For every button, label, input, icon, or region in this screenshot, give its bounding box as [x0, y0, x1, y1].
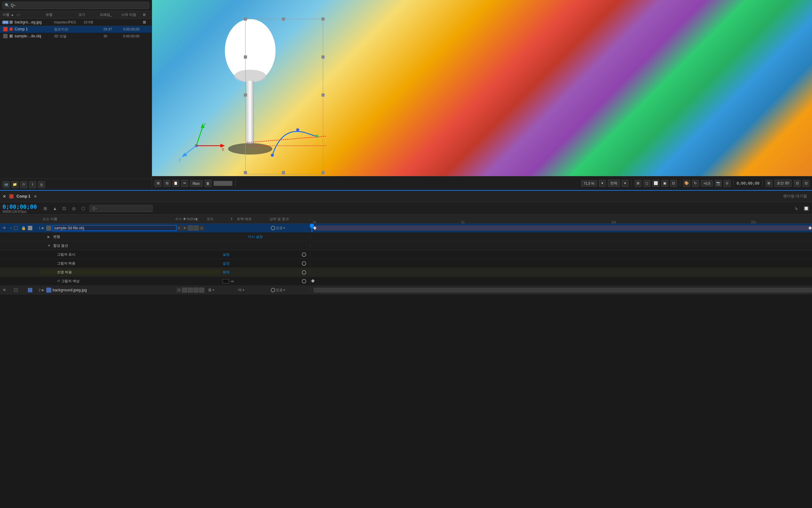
safe-zones-icon[interactable]: ◻: [644, 180, 650, 187]
list-item[interactable]: sample-...ile.obj 3D 모델 30 0:00:00:00: [0, 33, 152, 40]
delete-icon[interactable]: 🗑: [38, 181, 45, 188]
playhead[interactable]: [312, 224, 312, 232]
viewer-icon-2[interactable]: ⊟: [163, 180, 170, 187]
layer-bar-2: [313, 288, 812, 293]
col-header-name[interactable]: 이름 ▲ 🏷: [3, 12, 46, 17]
svg-rect-6: [282, 17, 285, 20]
layer-row-1[interactable]: 👁 ♪ 🔒 1 ▶ ☀ ★ ◎: [0, 224, 812, 232]
timeline-search-input[interactable]: [89, 205, 153, 212]
viewer-icon-1[interactable]: ⊞: [155, 180, 162, 187]
layer-icon[interactable]: ▣: [661, 180, 668, 187]
new-folder-icon[interactable]: 📁: [11, 181, 18, 188]
new-comp-icon[interactable]: 📹: [3, 181, 9, 188]
timeline-header: ✕ Comp 1 ≡ 렌더링 대기열: [0, 190, 812, 202]
layer2-expand[interactable]: ▶: [42, 288, 46, 292]
layer-audio-toggle[interactable]: ♪: [8, 226, 14, 230]
mask-icon[interactable]: ⬜: [652, 180, 659, 187]
info-icon[interactable]: ℹ: [29, 181, 36, 188]
switch-star[interactable]: ★: [182, 225, 187, 230]
tl-icon-right-1[interactable]: ↳: [793, 205, 800, 212]
switch-circle[interactable]: ◎: [199, 225, 204, 230]
prop-stopwatch-icon[interactable]: [302, 261, 306, 266]
prop-stopwatch-icon[interactable]: [302, 252, 306, 257]
prop-stopwatch-icon[interactable]: [302, 270, 306, 274]
mask-outline-icon[interactable]: ⊙: [724, 180, 731, 187]
tab-menu-icon[interactable]: ≡: [34, 194, 36, 199]
layer2-solo[interactable]: [14, 288, 20, 292]
timeline-time-display[interactable]: 0;00;00;00: [3, 203, 37, 210]
refresh-icon[interactable]: ↻: [692, 180, 699, 187]
parent-value[interactable]: 없음: [276, 225, 283, 230]
layer2-parent-dropdown[interactable]: ▾: [284, 288, 285, 292]
layer2-visibility[interactable]: 👁: [1, 288, 8, 292]
exposure-value[interactable]: +0,0: [701, 180, 713, 186]
shadow-color-swatch[interactable]: [223, 279, 229, 284]
switch-box1[interactable]: [188, 225, 193, 230]
view-dropdown-icon[interactable]: ▾: [622, 180, 629, 187]
layer-expand-triangle[interactable]: ▶: [42, 226, 46, 229]
zoom-dropdown-icon[interactable]: ▾: [599, 180, 606, 187]
render-queue-button[interactable]: 렌더링 대기열: [781, 193, 809, 200]
item-color: [9, 20, 13, 24]
layer-visibility-toggle[interactable]: 👁: [1, 226, 8, 230]
blend-expand[interactable]: ▼: [47, 244, 52, 247]
layer2-switch-box4[interactable]: [199, 288, 204, 293]
layer-lock-toggle[interactable]: 🔒: [20, 226, 27, 230]
item-type: 컴포지션: [54, 27, 84, 32]
shadow-color-arrow[interactable]: ⇒: [230, 279, 234, 284]
project-search-box[interactable]: 🔍 Q~: [3, 2, 149, 9]
timeline-icon-btn-3[interactable]: ⊡: [61, 205, 68, 212]
layer-solo-toggle[interactable]: [14, 226, 20, 230]
list-item[interactable]: Comp 1 컴포지션 29.97 0;00;00;00: [0, 26, 152, 33]
layer2-switch-box2[interactable]: [188, 288, 193, 293]
timeline-tab-label[interactable]: Comp 1: [16, 194, 30, 199]
zoom-display[interactable]: 71,5 %: [581, 180, 597, 186]
layer-row-2[interactable]: 👁 2 ▶ background.jpeg.jpg ☀: [0, 286, 812, 295]
layer2-mode[interactable]: 표 ▾: [208, 288, 232, 292]
layer2-parent-value[interactable]: 없음: [276, 288, 283, 292]
layer2-switch-sun[interactable]: ☀: [176, 288, 181, 293]
timeline-icon-btn-1[interactable]: ⊞: [42, 205, 49, 212]
camera-icon[interactable]: 📷: [715, 180, 722, 187]
layer2-parent-link: 없음 ▾: [271, 288, 309, 292]
layer2-track-dropdown[interactable]: ▾: [243, 288, 244, 292]
shadow-allow-value[interactable]: 설정: [223, 261, 229, 266]
layer2-switch-box3[interactable]: [194, 288, 199, 293]
bpc-button[interactable]: 8bpc: [190, 180, 203, 186]
layer2-switch-box1[interactable]: [182, 288, 187, 293]
prop-stopwatch-icon[interactable]: [302, 279, 306, 284]
switch-box2[interactable]: [194, 225, 199, 230]
view-options-1[interactable]: ⊡: [794, 180, 801, 187]
svg-rect-13: [244, 55, 247, 58]
view-options-2[interactable]: ⊡: [803, 180, 809, 187]
draft-3d-label[interactable]: 초안 3D: [774, 179, 792, 187]
switch-sun[interactable]: ☀: [176, 225, 181, 230]
timeline-rows: 👁 ♪ 🔒 1 ▶ ☀ ★ ◎: [0, 224, 812, 310]
layer2-parent-circle: [271, 288, 275, 292]
layer-name-input[interactable]: [52, 225, 176, 231]
settings-icon[interactable]: ⚙: [20, 181, 27, 188]
svg-rect-8: [322, 93, 325, 97]
timeline-icon-btn-2[interactable]: ▲: [51, 205, 58, 212]
layer2-mode-dropdown[interactable]: ▾: [213, 288, 214, 292]
tab-close-button[interactable]: ✕: [3, 194, 6, 199]
draft-3d-icon[interactable]: ⊞: [765, 180, 772, 187]
viewer-icon-4[interactable]: ✏: [181, 180, 188, 187]
delete-icon[interactable]: 🗑: [205, 180, 212, 187]
view-mode-btn[interactable]: 전체: [608, 179, 620, 187]
transform-reset-button[interactable]: 다시 설정: [248, 235, 263, 239]
keyframe-marker: [808, 226, 812, 229]
viewer-icon-3[interactable]: 📋: [172, 180, 179, 187]
grid-icon[interactable]: ⊞: [635, 180, 642, 187]
tl-icon-right-2[interactable]: 🔲: [803, 205, 809, 212]
shadow-display-value[interactable]: 설정: [223, 252, 229, 257]
list-item[interactable]: JPG backgro...eg.jpg ImporterJPEG 10 KB …: [0, 19, 152, 26]
svg-rect-12: [244, 93, 247, 97]
light-allow-value[interactable]: 해제: [223, 270, 229, 274]
color-correct-icon[interactable]: 🎨: [683, 180, 690, 187]
transform-expand[interactable]: ▶: [47, 235, 52, 239]
render-icon[interactable]: ⊡: [670, 180, 677, 187]
timeline-icon-btn-4[interactable]: ◎: [70, 205, 77, 212]
timeline-icon-btn-5[interactable]: ⬡: [80, 205, 87, 212]
parent-dropdown[interactable]: ▾: [284, 226, 285, 229]
